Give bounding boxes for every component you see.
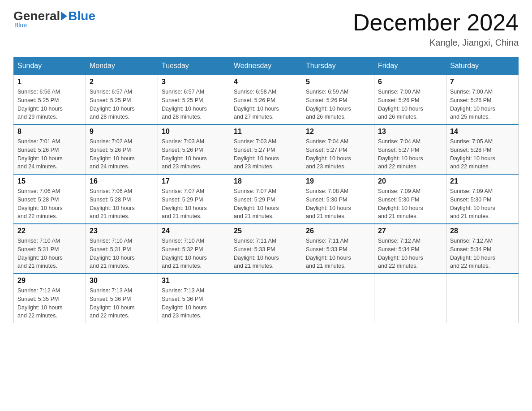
day-number: 20: [378, 177, 442, 185]
day-number: 24: [162, 227, 226, 235]
day-cell: 22 Sunrise: 7:10 AM Sunset: 5:31 PM Dayl…: [14, 224, 86, 274]
week-row-2: 8 Sunrise: 7:01 AM Sunset: 5:26 PM Dayli…: [14, 124, 519, 174]
day-number: 16: [90, 177, 154, 185]
day-number: 21: [450, 177, 515, 185]
day-info: Sunrise: 7:00 AM Sunset: 5:26 PM Dayligh…: [450, 88, 515, 121]
day-number: 3: [162, 78, 226, 86]
day-number: 23: [90, 227, 154, 235]
day-info: Sunrise: 6:56 AM Sunset: 5:25 PM Dayligh…: [17, 88, 82, 121]
day-cell: 7 Sunrise: 7:00 AM Sunset: 5:26 PM Dayli…: [446, 75, 519, 124]
day-info: Sunrise: 6:57 AM Sunset: 5:25 PM Dayligh…: [90, 88, 154, 121]
day-info: Sunrise: 6:58 AM Sunset: 5:26 PM Dayligh…: [234, 88, 298, 121]
logo-blue-text: Blue: [68, 9, 95, 23]
day-number: 30: [90, 277, 154, 285]
day-cell: 25 Sunrise: 7:11 AM Sunset: 5:33 PM Dayl…: [230, 224, 302, 274]
day-info: Sunrise: 7:03 AM Sunset: 5:26 PM Dayligh…: [162, 137, 226, 171]
day-info: Sunrise: 7:06 AM Sunset: 5:28 PM Dayligh…: [17, 187, 82, 221]
day-number: 8: [17, 128, 82, 136]
day-number: 2: [90, 78, 154, 86]
day-number: 5: [306, 78, 370, 86]
day-cell: 4 Sunrise: 6:58 AM Sunset: 5:26 PM Dayli…: [230, 75, 302, 124]
day-number: 10: [162, 128, 226, 136]
weekday-header-thursday: Thursday: [302, 57, 374, 75]
day-cell: 9 Sunrise: 7:02 AM Sunset: 5:26 PM Dayli…: [86, 124, 158, 174]
day-cell: 29 Sunrise: 7:12 AM Sunset: 5:35 PM Dayl…: [14, 274, 86, 323]
day-info: Sunrise: 7:07 AM Sunset: 5:29 PM Dayligh…: [234, 187, 298, 221]
day-info: Sunrise: 7:11 AM Sunset: 5:33 PM Dayligh…: [306, 237, 370, 270]
day-info: Sunrise: 7:00 AM Sunset: 5:26 PM Dayligh…: [378, 88, 442, 121]
day-info: Sunrise: 7:08 AM Sunset: 5:30 PM Dayligh…: [306, 187, 370, 221]
day-number: 6: [378, 78, 442, 86]
weekday-header-tuesday: Tuesday: [158, 57, 230, 75]
day-cell: 10 Sunrise: 7:03 AM Sunset: 5:26 PM Dayl…: [158, 124, 230, 174]
week-row-3: 15 Sunrise: 7:06 AM Sunset: 5:28 PM Dayl…: [14, 174, 519, 224]
logo-subtitle: Blue: [14, 21, 27, 29]
day-cell: 23 Sunrise: 7:10 AM Sunset: 5:31 PM Dayl…: [86, 224, 158, 274]
day-info: Sunrise: 7:06 AM Sunset: 5:28 PM Dayligh…: [90, 187, 154, 221]
day-cell: 19 Sunrise: 7:08 AM Sunset: 5:30 PM Dayl…: [302, 174, 374, 224]
day-info: Sunrise: 7:11 AM Sunset: 5:33 PM Dayligh…: [234, 237, 298, 270]
day-info: Sunrise: 7:09 AM Sunset: 5:30 PM Dayligh…: [450, 187, 515, 221]
day-info: Sunrise: 7:09 AM Sunset: 5:30 PM Dayligh…: [378, 187, 442, 221]
day-cell: 21 Sunrise: 7:09 AM Sunset: 5:30 PM Dayl…: [446, 174, 519, 224]
day-cell: 12 Sunrise: 7:04 AM Sunset: 5:27 PM Dayl…: [302, 124, 374, 174]
weekday-header-saturday: Saturday: [446, 57, 519, 75]
calendar-table: SundayMondayTuesdayWednesdayThursdayFrid…: [13, 57, 519, 323]
day-cell: 16 Sunrise: 7:06 AM Sunset: 5:28 PM Dayl…: [86, 174, 158, 224]
day-info: Sunrise: 7:12 AM Sunset: 5:34 PM Dayligh…: [378, 237, 442, 270]
day-number: 7: [450, 78, 515, 86]
day-cell: 1 Sunrise: 6:56 AM Sunset: 5:25 PM Dayli…: [14, 75, 86, 124]
day-cell: 31 Sunrise: 7:13 AM Sunset: 5:36 PM Dayl…: [158, 274, 230, 323]
day-info: Sunrise: 7:10 AM Sunset: 5:31 PM Dayligh…: [17, 237, 82, 270]
day-cell: [374, 274, 446, 323]
week-row-5: 29 Sunrise: 7:12 AM Sunset: 5:35 PM Dayl…: [14, 274, 519, 323]
month-title: December 2024: [353, 9, 519, 36]
day-info: Sunrise: 7:07 AM Sunset: 5:29 PM Dayligh…: [162, 187, 226, 221]
day-info: Sunrise: 7:12 AM Sunset: 5:35 PM Dayligh…: [17, 287, 82, 320]
day-info: Sunrise: 6:57 AM Sunset: 5:25 PM Dayligh…: [162, 88, 226, 121]
day-number: 22: [17, 227, 82, 235]
day-cell: 27 Sunrise: 7:12 AM Sunset: 5:34 PM Dayl…: [374, 224, 446, 274]
day-cell: 2 Sunrise: 6:57 AM Sunset: 5:25 PM Dayli…: [86, 75, 158, 124]
day-info: Sunrise: 7:10 AM Sunset: 5:32 PM Dayligh…: [162, 237, 226, 270]
day-cell: 30 Sunrise: 7:13 AM Sunset: 5:36 PM Dayl…: [86, 274, 158, 323]
location: Kangle, Jiangxi, China: [353, 38, 519, 48]
day-cell: 15 Sunrise: 7:06 AM Sunset: 5:28 PM Dayl…: [14, 174, 86, 224]
weekday-header-friday: Friday: [374, 57, 446, 75]
week-row-1: 1 Sunrise: 6:56 AM Sunset: 5:25 PM Dayli…: [14, 75, 519, 124]
day-info: Sunrise: 6:59 AM Sunset: 5:26 PM Dayligh…: [306, 88, 370, 121]
day-cell: 11 Sunrise: 7:03 AM Sunset: 5:27 PM Dayl…: [230, 124, 302, 174]
week-row-4: 22 Sunrise: 7:10 AM Sunset: 5:31 PM Dayl…: [14, 224, 519, 274]
day-number: 14: [450, 128, 515, 136]
day-number: 27: [378, 227, 442, 235]
day-info: Sunrise: 7:01 AM Sunset: 5:26 PM Dayligh…: [17, 137, 82, 171]
day-number: 19: [306, 177, 370, 185]
day-info: Sunrise: 7:13 AM Sunset: 5:36 PM Dayligh…: [90, 287, 154, 320]
day-cell: 8 Sunrise: 7:01 AM Sunset: 5:26 PM Dayli…: [14, 124, 86, 174]
day-cell: 17 Sunrise: 7:07 AM Sunset: 5:29 PM Dayl…: [158, 174, 230, 224]
day-number: 1: [17, 78, 82, 86]
day-number: 29: [17, 277, 82, 285]
day-info: Sunrise: 7:04 AM Sunset: 5:27 PM Dayligh…: [378, 137, 442, 171]
day-cell: 28 Sunrise: 7:12 AM Sunset: 5:34 PM Dayl…: [446, 224, 519, 274]
day-number: 11: [234, 128, 298, 136]
weekday-header-monday: Monday: [86, 57, 158, 75]
day-cell: [302, 274, 374, 323]
day-number: 25: [234, 227, 298, 235]
day-number: 12: [306, 128, 370, 136]
day-cell: 20 Sunrise: 7:09 AM Sunset: 5:30 PM Dayl…: [374, 174, 446, 224]
day-number: 28: [450, 227, 515, 235]
day-info: Sunrise: 7:04 AM Sunset: 5:27 PM Dayligh…: [306, 137, 370, 171]
day-cell: 6 Sunrise: 7:00 AM Sunset: 5:26 PM Dayli…: [374, 75, 446, 124]
logo-arrow-icon: [61, 12, 67, 21]
day-info: Sunrise: 7:13 AM Sunset: 5:36 PM Dayligh…: [162, 287, 226, 320]
day-info: Sunrise: 7:05 AM Sunset: 5:28 PM Dayligh…: [450, 137, 515, 171]
weekday-header-wednesday: Wednesday: [230, 57, 302, 75]
day-info: Sunrise: 7:02 AM Sunset: 5:26 PM Dayligh…: [90, 137, 154, 171]
weekday-header-row: SundayMondayTuesdayWednesdayThursdayFrid…: [14, 57, 519, 75]
day-number: 18: [234, 177, 298, 185]
day-number: 15: [17, 177, 82, 185]
day-cell: 24 Sunrise: 7:10 AM Sunset: 5:32 PM Dayl…: [158, 224, 230, 274]
title-area: December 2024 Kangle, Jiangxi, China: [353, 9, 519, 48]
day-number: 26: [306, 227, 370, 235]
